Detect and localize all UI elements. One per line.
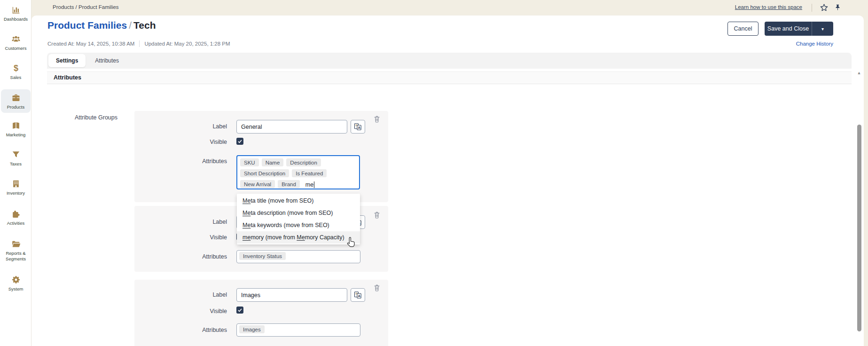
created-at: Created At: May 14, 2025, 10:38 AM (47, 41, 134, 47)
tab-settings[interactable]: Settings (48, 54, 86, 67)
section-header: Attributes (47, 71, 852, 84)
briefcase-icon (11, 93, 21, 102)
cancel-button[interactable]: Cancel (727, 22, 759, 36)
attributes-field-label: Attributes (176, 158, 227, 165)
label-field-label: Label (176, 123, 227, 130)
sidebar-item-marketing[interactable]: Marketing (0, 118, 31, 138)
attribute-tag[interactable]: New Arrival (240, 180, 275, 188)
visible-checkbox[interactable] (236, 307, 243, 314)
dropdown-option[interactable]: Meta title (move from SEO) (237, 195, 360, 207)
check-icon (237, 139, 242, 144)
caret-down-icon: ▾ (821, 26, 824, 31)
label-field-label: Label (176, 219, 227, 225)
attribute-tag[interactable]: Description (286, 158, 321, 166)
page-title: Product Families/Tech (47, 20, 156, 31)
attributes-multiselect[interactable]: Inventory Status (236, 250, 360, 263)
group-label-input[interactable] (236, 288, 347, 302)
attribute-tag[interactable]: Brand (278, 180, 300, 188)
check-icon (237, 307, 242, 313)
translate-fallback-button[interactable]: A (351, 288, 365, 302)
save-and-close-button[interactable]: Save and Close (765, 22, 812, 36)
sidebar-item-system[interactable]: System (0, 273, 31, 292)
record-meta: Created At: May 14, 2025, 10:38 AM Updat… (47, 40, 230, 47)
scroll-up-arrow[interactable]: ▲ (855, 71, 863, 75)
typed-query: me (305, 180, 314, 189)
attribute-suggestions-dropdown: Meta title (move from SEO)Meta descripti… (237, 194, 360, 244)
attribute-groups-label: Attribute Groups (75, 114, 117, 121)
app-screen: Products / Product Families Learn how to… (0, 0, 868, 346)
attribute-tag[interactable]: SKU (240, 158, 259, 166)
sidebar-item-customers[interactable]: Customers (0, 32, 31, 51)
attribute-tag[interactable]: Short Description (240, 169, 289, 177)
svg-text:A: A (358, 294, 360, 298)
breadcrumb: Products / Product Families (53, 4, 119, 10)
dropdown-option[interactable]: memory (move from Memory Capacity) (237, 231, 360, 244)
text-caret (314, 181, 314, 188)
attributes-field-label: Attributes (176, 327, 227, 333)
label-field-label: Label (176, 291, 227, 298)
updated-at: Updated At: May 20, 2025, 1:28 PM (144, 41, 230, 47)
svg-text:$: $ (13, 63, 18, 73)
trash-icon (373, 115, 381, 124)
save-options-caret[interactable]: ▾ (812, 22, 833, 36)
visible-field-label: Visible (176, 139, 227, 145)
funnel-icon (11, 150, 21, 159)
attribute-tag[interactable]: Images (239, 325, 265, 333)
topbar-divider (812, 4, 812, 12)
sidebar-item-reports-segments[interactable]: Reports & Segments (0, 237, 31, 262)
visible-checkbox[interactable] (236, 138, 243, 145)
title-separator: / (127, 20, 133, 31)
change-history-link[interactable]: Change History (796, 41, 833, 47)
attribute-tag[interactable]: Name (262, 158, 284, 166)
pin-icon[interactable] (834, 3, 842, 12)
title-breadcrumb-link[interactable]: Product Families (47, 20, 127, 31)
svg-text:A: A (358, 126, 360, 130)
title-current: Tech (133, 20, 156, 31)
delete-group-button[interactable] (373, 115, 381, 124)
attributes-multiselect[interactable]: Images (236, 323, 360, 337)
gear-icon (11, 275, 21, 284)
group-label-input[interactable] (236, 120, 347, 134)
book-icon (11, 121, 21, 130)
scrollbar-thumb[interactable] (857, 125, 861, 331)
people-icon (11, 34, 21, 44)
sidebar-item-taxes[interactable]: Taxes (0, 148, 31, 167)
attributes-multiselect[interactable]: SKUNameDescriptionShort DescriptionIs Fe… (236, 155, 360, 189)
delete-group-button[interactable] (373, 211, 381, 220)
meta-divider (139, 40, 140, 47)
attribute-tag[interactable]: Is Featured (292, 169, 327, 177)
translate-fallback-button[interactable]: A (351, 120, 365, 134)
dropdown-option[interactable]: Meta description (move from SEO) (237, 207, 360, 219)
favorite-star-icon[interactable] (820, 3, 829, 12)
trash-icon (373, 211, 381, 220)
dropdown-option[interactable]: Meta keywords (move from SEO) (237, 219, 360, 231)
learn-how-link[interactable]: Learn how to use this space (735, 4, 802, 10)
sidebar-item-activities[interactable]: Activities (0, 207, 31, 226)
sidebar-item-dashboards[interactable]: Dashboards (0, 3, 31, 22)
visible-field-label: Visible (176, 308, 227, 315)
save-split-button: Save and Close ▾ (765, 22, 833, 36)
visible-field-label: Visible (176, 234, 227, 241)
delete-group-button[interactable] (373, 283, 381, 292)
dollar-icon: $ (11, 63, 21, 73)
folder-icon (11, 239, 21, 249)
tab-attributes[interactable]: Attributes (86, 57, 128, 64)
translate-icon: A (354, 291, 362, 299)
attributes-field-label: Attributes (176, 253, 227, 260)
sidebar: Dashboards Customers $ Sales Products Ma… (0, 0, 31, 346)
sidebar-item-sales[interactable]: $ Sales (0, 61, 31, 80)
bar-chart-icon (11, 5, 21, 15)
sidebar-item-products[interactable]: Products (1, 89, 31, 113)
sidebar-item-inventory[interactable]: Inventory (0, 177, 31, 196)
attribute-tag[interactable]: Inventory Status (239, 252, 286, 260)
puzzle-icon (11, 209, 21, 219)
translate-icon: A (354, 123, 362, 131)
tab-strip: Settings Attributes (47, 53, 852, 69)
building-icon (11, 179, 21, 189)
trash-icon (373, 283, 381, 292)
